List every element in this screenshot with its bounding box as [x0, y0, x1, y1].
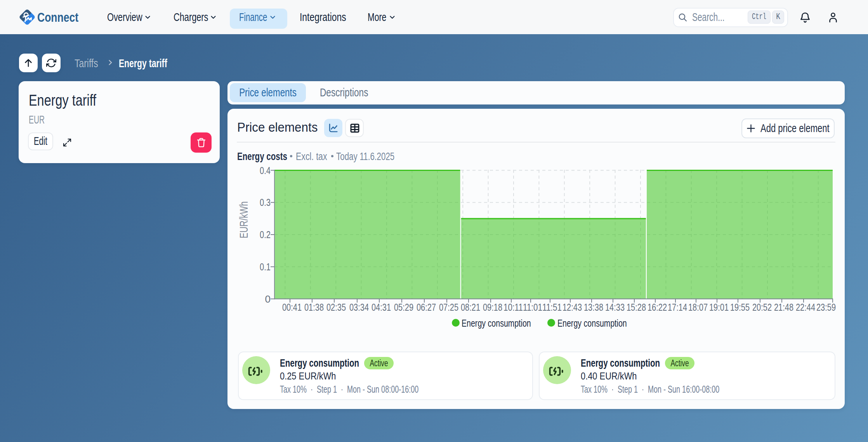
svg-text:0.4: 0.4 — [260, 165, 271, 176]
svg-text:0.3: 0.3 — [260, 197, 271, 208]
svg-text:17:14: 17:14 — [668, 301, 687, 313]
svg-text:15:28: 15:28 — [627, 301, 646, 313]
svg-text:22:44: 22:44 — [796, 301, 815, 313]
svg-text:19:55: 19:55 — [730, 301, 750, 313]
svg-text:01:38: 01:38 — [304, 301, 324, 313]
svg-text:23:59: 23:59 — [816, 301, 836, 313]
svg-text:11:01: 11:01 — [523, 301, 542, 313]
svg-text:08:21: 08:21 — [461, 301, 480, 313]
svg-text:07:25: 07:25 — [439, 301, 458, 313]
svg-text:EUR/kWh: EUR/kWh — [238, 202, 250, 238]
svg-text:16:22: 16:22 — [648, 301, 667, 313]
svg-text:02:35: 02:35 — [326, 301, 346, 313]
svg-text:00:41: 00:41 — [282, 301, 302, 313]
svg-text:06:27: 06:27 — [417, 301, 436, 313]
svg-text:12:43: 12:43 — [562, 301, 582, 313]
svg-text:14:33: 14:33 — [605, 301, 625, 313]
svg-text:0.2: 0.2 — [260, 229, 271, 240]
svg-text:18:07: 18:07 — [688, 301, 708, 313]
svg-text:21:48: 21:48 — [774, 301, 793, 313]
svg-text:10:11: 10:11 — [503, 301, 523, 313]
svg-text:04:31: 04:31 — [372, 301, 391, 313]
svg-text:11:51: 11:51 — [542, 301, 562, 313]
svg-text:0.1: 0.1 — [260, 261, 271, 273]
svg-text:19:01: 19:01 — [709, 301, 729, 313]
svg-text:03:34: 03:34 — [349, 301, 369, 313]
svg-text:0: 0 — [265, 293, 271, 305]
svg-text:13:38: 13:38 — [584, 301, 603, 313]
svg-text:05:29: 05:29 — [394, 301, 413, 313]
svg-text:20:52: 20:52 — [752, 301, 772, 313]
svg-text:09:18: 09:18 — [483, 301, 502, 313]
